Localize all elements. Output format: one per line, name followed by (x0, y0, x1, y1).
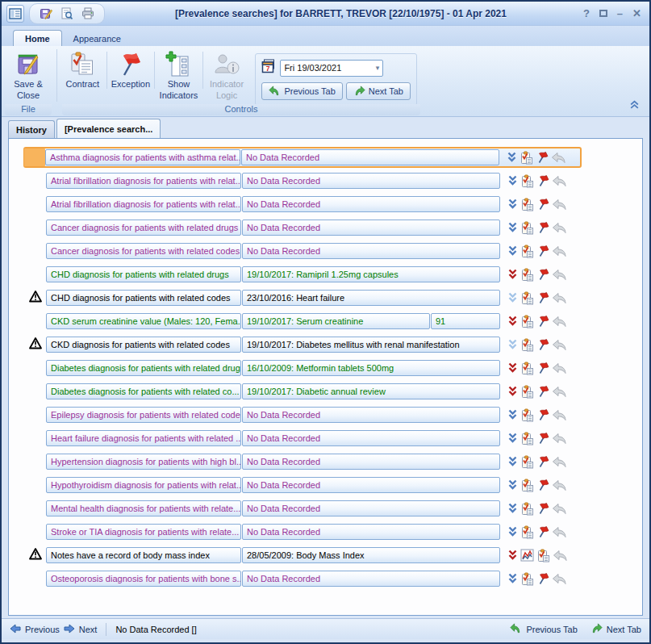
take-on-arrow-icon[interactable] (552, 503, 567, 515)
take-on-arrow-icon[interactable] (552, 526, 567, 538)
copy-clipboard-icon[interactable] (520, 432, 534, 445)
take-on-arrow-icon[interactable] (552, 175, 567, 187)
copy-clipboard-icon[interactable] (536, 549, 550, 562)
indicator-value[interactable]: No Data Recorded (242, 243, 500, 259)
take-on-arrow-icon[interactable] (551, 152, 566, 164)
double-chevron-down-icon[interactable] (507, 362, 518, 374)
indicator-row[interactable]: Stroke or TIA diagnosis for patients wit… (23, 521, 582, 542)
indicator-value[interactable]: 19/10/2017: Diabetic annual review (242, 383, 500, 399)
double-chevron-down-icon[interactable] (507, 222, 518, 233)
indicator-row[interactable]: Diabetes diagnosis for patients with rel… (23, 358, 582, 378)
exception-flag-icon[interactable] (536, 455, 549, 468)
exception-flag-icon[interactable] (536, 245, 549, 257)
double-chevron-down-icon[interactable] (507, 409, 518, 420)
help-button[interactable]: ? (583, 8, 590, 19)
indicator-value[interactable]: 16/10/2009: Metformin tablets 500mg (242, 360, 500, 376)
minimize-button[interactable]: – (617, 8, 623, 19)
indicator-value[interactable]: No Data Recorded (242, 196, 500, 212)
statusbar-next-tab-button[interactable]: Next Tab (590, 622, 641, 636)
collapse-ribbon-icon[interactable] (629, 98, 640, 113)
indicator-row[interactable]: CKD serum creatinine value (Males: 120, … (23, 311, 582, 332)
double-chevron-down-icon[interactable] (507, 316, 518, 327)
next-tab-button[interactable]: Next Tab (346, 82, 411, 100)
copy-clipboard-icon[interactable] (520, 502, 534, 516)
previous-button[interactable]: Previous (10, 624, 60, 635)
indicator-value[interactable]: No Data Recorded (241, 149, 499, 165)
double-chevron-down-icon[interactable] (507, 339, 518, 350)
copy-clipboard-icon[interactable] (520, 151, 533, 165)
statusbar-previous-tab-button[interactable]: Previous Tab (510, 622, 577, 636)
indicator-value[interactable]: No Data Recorded (242, 500, 500, 516)
indicator-value[interactable]: No Data Recorded (242, 477, 500, 493)
exception-flag-icon[interactable] (536, 174, 549, 187)
indicator-label[interactable]: CKD diagnosis for patients with related … (46, 337, 241, 353)
print-icon[interactable] (80, 6, 96, 22)
copy-clipboard-icon[interactable] (520, 479, 534, 492)
tab-prevalence-search[interactable]: [Prevalence search... (56, 119, 161, 138)
take-on-arrow-icon[interactable] (552, 433, 567, 445)
indicator-value[interactable]: No Data Recorded (242, 524, 500, 540)
indicator-label[interactable]: Stroke or TIA diagnosis for patients wit… (46, 524, 241, 540)
date-picker[interactable]: Fri 19/03/2021 ▾ (280, 60, 383, 77)
double-chevron-down-icon[interactable] (507, 199, 518, 210)
take-on-arrow-icon[interactable] (552, 316, 567, 328)
indicator-extra-value[interactable]: 91 (431, 313, 500, 329)
exception-flag-icon[interactable] (536, 291, 549, 304)
exception-flag-icon[interactable] (536, 408, 549, 421)
exception-flag-icon[interactable] (536, 479, 549, 491)
indicator-label[interactable]: Cancer diagnosis for patients with relat… (46, 243, 241, 259)
exception-flag-icon[interactable] (536, 198, 549, 211)
indicator-value[interactable]: No Data Recorded (242, 571, 500, 587)
indicator-label[interactable]: Atrial fibrillation diagnosis for patien… (46, 196, 241, 212)
indicator-value[interactable]: No Data Recorded (242, 430, 500, 446)
indicator-row[interactable]: Hypothyroidism diagnosis for patients wi… (23, 475, 582, 496)
show-indicators-button[interactable]: Show Indicators (156, 48, 201, 102)
exception-flag-icon[interactable] (536, 268, 549, 281)
copy-clipboard-icon[interactable] (520, 198, 534, 211)
copy-clipboard-icon[interactable] (520, 221, 534, 235)
close-button[interactable]: ✕ (632, 8, 641, 19)
exception-flag-icon[interactable] (536, 338, 549, 351)
indicator-label[interactable]: CHD diagnosis for patients with related … (46, 290, 241, 306)
indicator-row[interactable]: Atrial fibrillation diagnosis for patien… (23, 194, 582, 215)
copy-clipboard-icon[interactable] (520, 525, 534, 539)
indicator-row[interactable]: Heart failure diagnosis for patients wit… (23, 428, 582, 449)
copy-clipboard-icon[interactable] (520, 455, 534, 469)
double-chevron-down-icon[interactable] (507, 245, 518, 257)
double-chevron-down-icon[interactable] (507, 292, 518, 303)
previous-tab-button[interactable]: Previous Tab (261, 82, 342, 100)
exception-flag-icon[interactable] (536, 315, 549, 328)
indicator-value[interactable]: 19/10/2017: Diabetes mellitus with renal… (242, 337, 500, 353)
take-on-arrow-icon[interactable] (552, 386, 567, 398)
exception-flag-icon[interactable] (536, 572, 549, 585)
double-chevron-down-icon[interactable] (507, 503, 518, 514)
take-on-arrow-icon[interactable] (552, 245, 567, 257)
take-on-arrow-icon[interactable] (552, 222, 567, 234)
double-chevron-down-icon[interactable] (507, 386, 518, 397)
indicator-value[interactable]: 19/10/2017: Ramipril 1.25mg capsules (242, 266, 500, 282)
copy-clipboard-icon[interactable] (520, 315, 534, 328)
indicator-row[interactable]: Asthma diagnosis for patients with asthm… (23, 147, 582, 168)
take-on-arrow-icon[interactable] (552, 479, 567, 491)
indicator-label[interactable]: Osteoporosis diagnosis for patients with… (46, 571, 241, 587)
save-close-button[interactable]: Save & Close (3, 48, 53, 102)
form-menu-icon[interactable] (6, 5, 24, 23)
indicator-label[interactable]: CKD serum creatinine value (Males: 120, … (46, 313, 241, 329)
indicator-label[interactable]: Hypertension diagnosis for patients with… (46, 454, 241, 470)
indicator-label[interactable]: Asthma diagnosis for patients with asthm… (45, 149, 240, 165)
indicator-row[interactable]: CKD diagnosis for patients with related … (23, 334, 582, 355)
indicator-label[interactable]: Atrial fibrillation diagnosis for patien… (46, 173, 241, 189)
indicator-label[interactable]: Mental health diagnosis for patients wit… (46, 500, 241, 516)
indicator-value[interactable]: No Data Recorded (242, 454, 500, 470)
indicator-value[interactable]: 28/05/2009: Body Mass Index (242, 547, 500, 563)
take-on-arrow-icon[interactable] (552, 573, 567, 585)
copy-clipboard-icon[interactable] (520, 408, 534, 422)
exception-button[interactable]: Exception (109, 48, 153, 90)
indicator-row[interactable]: Osteoporosis diagnosis for patients with… (23, 568, 582, 589)
tab-history[interactable]: History (8, 120, 55, 138)
double-chevron-down-icon[interactable] (507, 526, 518, 537)
copy-clipboard-icon[interactable] (520, 338, 534, 352)
indicator-row[interactable]: Cancer diagnosis for patients with relat… (23, 240, 582, 261)
copy-clipboard-icon[interactable] (520, 572, 534, 586)
indicator-row[interactable]: Atrial fibrillation diagnosis for patien… (23, 170, 582, 191)
